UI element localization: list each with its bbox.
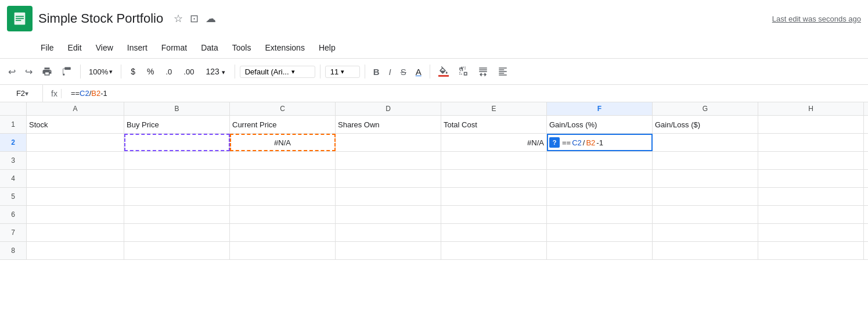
cell-g3[interactable] xyxy=(653,152,758,169)
menu-file[interactable]: File xyxy=(35,41,60,55)
cell-f5[interactable] xyxy=(547,188,653,205)
menu-help[interactable]: Help xyxy=(313,41,341,55)
menu-edit[interactable]: Edit xyxy=(62,41,88,55)
cell-e8[interactable] xyxy=(441,242,547,259)
text-color-button[interactable]: A xyxy=(412,65,425,79)
cell-f2[interactable]: ? ==C2/B2-1 xyxy=(547,134,653,151)
cell-d4[interactable] xyxy=(336,170,441,187)
cell-c3[interactable] xyxy=(230,152,336,169)
strikethrough-button[interactable]: S xyxy=(397,65,410,79)
cell-g4[interactable] xyxy=(653,170,758,187)
cell-e6[interactable] xyxy=(441,206,547,223)
cell-f3[interactable] xyxy=(547,152,653,169)
cell-b7[interactable] xyxy=(124,224,230,241)
format-123-button[interactable]: 123 ▾ xyxy=(201,65,229,78)
percent-button[interactable]: % xyxy=(142,65,159,78)
col-header-d[interactable]: D xyxy=(336,102,441,115)
cell-h7[interactable] xyxy=(758,224,864,241)
cell-a7[interactable] xyxy=(27,224,124,241)
cell-ref-dropdown-icon[interactable]: ▾ xyxy=(25,90,28,98)
redo-button[interactable]: ↪ xyxy=(21,64,36,80)
cell-c2[interactable]: #N/A xyxy=(230,134,336,151)
cell-c8[interactable] xyxy=(230,242,336,259)
folder-icon[interactable]: ⊡ xyxy=(190,12,199,25)
cell-h5[interactable] xyxy=(758,188,864,205)
menu-data[interactable]: Data xyxy=(195,41,224,55)
menu-extensions[interactable]: Extensions xyxy=(259,41,310,55)
cell-a3[interactable] xyxy=(27,152,124,169)
cell-g7[interactable] xyxy=(653,224,758,241)
undo-button[interactable]: ↩ xyxy=(5,64,19,80)
col-header-a[interactable]: A xyxy=(27,102,124,115)
cell-e2[interactable]: #N/A xyxy=(441,134,547,151)
italic-button[interactable]: I xyxy=(386,65,395,79)
cell-f7[interactable] xyxy=(547,224,653,241)
cell-g8[interactable] xyxy=(653,242,758,259)
cell-g2[interactable] xyxy=(653,134,758,151)
cell-a8[interactable] xyxy=(27,242,124,259)
cell-a2[interactable] xyxy=(27,134,124,151)
col-header-b[interactable]: B xyxy=(124,102,230,115)
col-header-h[interactable]: H xyxy=(758,102,864,115)
fill-color-button[interactable] xyxy=(435,64,452,79)
zoom-selector[interactable]: 100% ▾ xyxy=(85,66,116,77)
cell-g5[interactable] xyxy=(653,188,758,205)
cell-h6[interactable] xyxy=(758,206,864,223)
cell-f8[interactable] xyxy=(547,242,653,259)
cell-e4[interactable] xyxy=(441,170,547,187)
merge-button[interactable] xyxy=(474,64,492,79)
menu-view[interactable]: View xyxy=(90,41,119,55)
cell-e7[interactable] xyxy=(441,224,547,241)
bold-button[interactable]: B xyxy=(370,65,383,79)
cell-a5[interactable] xyxy=(27,188,124,205)
cell-h3[interactable] xyxy=(758,152,864,169)
cell-e1[interactable]: Total Cost xyxy=(441,116,547,133)
cell-b2[interactable] xyxy=(124,134,230,151)
star-icon[interactable]: ☆ xyxy=(174,12,183,25)
cell-b1[interactable]: Buy Price xyxy=(124,116,230,133)
cell-c7[interactable] xyxy=(230,224,336,241)
decimal-less-button[interactable]: .0 xyxy=(161,65,177,78)
cell-h2[interactable] xyxy=(758,134,864,151)
cell-h8[interactable] xyxy=(758,242,864,259)
font-selector[interactable]: Default (Ari... ▾ xyxy=(240,66,315,78)
cell-b4[interactable] xyxy=(124,170,230,187)
align-button[interactable] xyxy=(494,64,512,79)
cell-a1[interactable]: Stock xyxy=(27,116,124,133)
cell-e3[interactable] xyxy=(441,152,547,169)
cell-c4[interactable] xyxy=(230,170,336,187)
currency-button[interactable]: $ xyxy=(126,65,140,78)
col-header-g[interactable]: G xyxy=(653,102,758,115)
paint-format-button[interactable] xyxy=(58,64,75,79)
col-header-e[interactable]: E xyxy=(441,102,547,115)
menu-format[interactable]: Format xyxy=(156,41,193,55)
cell-f1[interactable]: Gain/Loss (%) xyxy=(547,116,653,133)
cell-e5[interactable] xyxy=(441,188,547,205)
borders-button[interactable] xyxy=(455,64,472,79)
cell-d6[interactable] xyxy=(336,206,441,223)
decimal-more-button[interactable]: .00 xyxy=(179,65,199,78)
cell-g6[interactable] xyxy=(653,206,758,223)
cell-b6[interactable] xyxy=(124,206,230,223)
cell-d3[interactable] xyxy=(336,152,441,169)
cell-c6[interactable] xyxy=(230,206,336,223)
cell-c1[interactable]: Current Price xyxy=(230,116,336,133)
menu-tools[interactable]: Tools xyxy=(226,41,257,55)
col-header-f[interactable]: F xyxy=(547,102,653,115)
cell-g1[interactable]: Gain/Loss ($) xyxy=(653,116,758,133)
cell-d7[interactable] xyxy=(336,224,441,241)
cell-d2[interactable] xyxy=(336,134,441,151)
cell-d5[interactable] xyxy=(336,188,441,205)
font-size-selector[interactable]: 11 ▾ xyxy=(325,66,360,78)
cell-f4[interactable] xyxy=(547,170,653,187)
cell-h1[interactable] xyxy=(758,116,864,133)
print-button[interactable] xyxy=(38,64,56,79)
formula-input[interactable]: ==C2/B2-1 xyxy=(66,89,866,98)
cell-b5[interactable] xyxy=(124,188,230,205)
cell-reference[interactable]: F2 ▾ xyxy=(2,85,43,102)
cell-f6[interactable] xyxy=(547,206,653,223)
cell-b3[interactable] xyxy=(124,152,230,169)
col-header-c[interactable]: C xyxy=(230,102,336,115)
cell-c5[interactable] xyxy=(230,188,336,205)
cell-a6[interactable] xyxy=(27,206,124,223)
